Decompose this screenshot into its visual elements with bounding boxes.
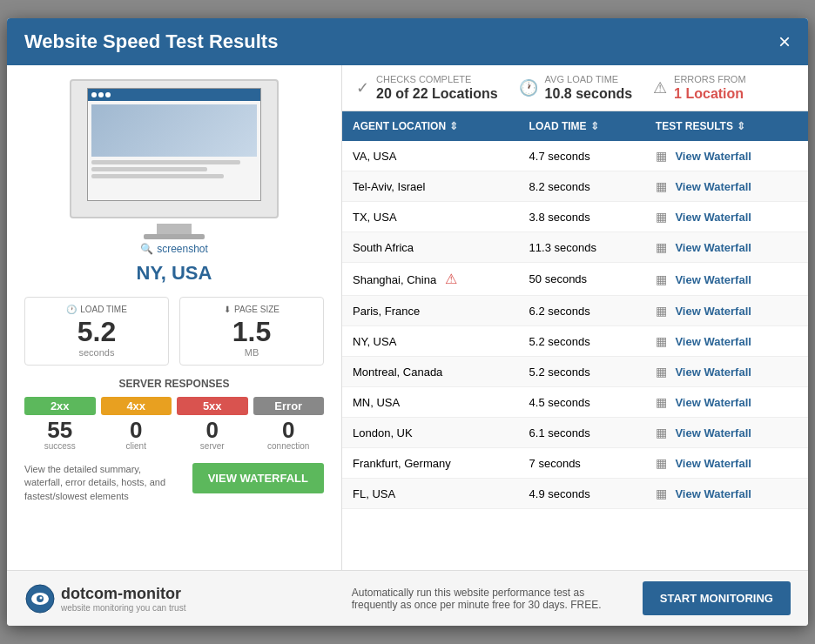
table-row: TX, USA 3.8 seconds ▦ View Waterfall bbox=[342, 202, 808, 232]
table-row: Shanghai, China ⚠ 50 seconds ▦ View Wate… bbox=[342, 263, 808, 296]
view-waterfall-link[interactable]: View Waterfall bbox=[675, 457, 751, 470]
view-waterfall-link[interactable]: View Waterfall bbox=[675, 305, 751, 318]
warning-icon: ⚠ bbox=[653, 78, 667, 97]
load-time-cell: 3.8 seconds bbox=[519, 202, 645, 232]
load-time-cell: 4.5 seconds bbox=[519, 387, 645, 418]
bar-chart-icon: ▦ bbox=[656, 395, 667, 409]
sort-icon: ⇕ bbox=[590, 120, 599, 132]
view-waterfall-link[interactable]: View Waterfall bbox=[675, 335, 751, 348]
monitor-image bbox=[70, 79, 279, 218]
waterfall-cell: ▦ View Waterfall bbox=[645, 387, 808, 418]
waterfall-cell: ▦ View Waterfall bbox=[645, 418, 808, 448]
close-button[interactable]: × bbox=[778, 31, 791, 52]
waterfall-cell: ▦ View Waterfall bbox=[645, 202, 808, 232]
view-waterfall-link[interactable]: View Waterfall bbox=[675, 487, 751, 500]
search-icon: 🔍 bbox=[140, 243, 153, 255]
clock-icon: 🕐 bbox=[519, 78, 538, 97]
location-cell: MN, USA bbox=[342, 387, 519, 418]
modal: Website Speed Test Results × bbox=[7, 18, 808, 626]
server-responses-title: SERVER RESPONSES bbox=[24, 378, 324, 390]
view-waterfall-link[interactable]: View Waterfall bbox=[675, 150, 751, 163]
results-table-container[interactable]: AGENT LOCATION⇕LOAD TIME⇕TEST RESULTS⇕ V… bbox=[342, 111, 808, 570]
sort-icon: ⇕ bbox=[737, 120, 745, 132]
start-monitoring-button[interactable]: START MONITORING bbox=[643, 581, 791, 615]
response-sublabel: server bbox=[177, 441, 248, 451]
table-row: London, UK 6.1 seconds ▦ View Waterfall bbox=[342, 418, 808, 448]
error-indicator: ⚠ bbox=[445, 272, 457, 286]
waterfall-cell: ▦ View Waterfall bbox=[645, 296, 808, 326]
stat-label-1: AVG LOAD TIME bbox=[545, 74, 633, 85]
load-time-cell: 11.3 seconds bbox=[519, 232, 645, 263]
view-waterfall-link[interactable]: View Waterfall bbox=[675, 396, 751, 409]
bar-chart-icon: ▦ bbox=[656, 426, 667, 439]
response-item: 5xx 0 server bbox=[177, 397, 248, 451]
load-time-cell: 5.2 seconds bbox=[519, 357, 645, 387]
waterfall-cell: ▦ View Waterfall bbox=[645, 141, 808, 171]
bar-chart-icon: ▦ bbox=[656, 272, 667, 286]
footer-right: Automatically run this website performan… bbox=[352, 581, 791, 615]
sort-icon: ⇕ bbox=[449, 120, 458, 132]
brand-text: dotcom-monitor website monitoring you ca… bbox=[61, 585, 185, 613]
load-time-cell: 8.2 seconds bbox=[519, 171, 645, 202]
modal-header: Website Speed Test Results × bbox=[7, 18, 808, 65]
bar-chart-icon: ▦ bbox=[656, 210, 667, 224]
response-item: 2xx 55 success bbox=[24, 397, 96, 451]
table-row: NY, USA 5.2 seconds ▦ View Waterfall bbox=[342, 326, 808, 357]
download-icon: ⬇ bbox=[224, 305, 231, 314]
response-badge: 5xx bbox=[177, 397, 248, 415]
stat-label-0: CHECKS COMPLETE bbox=[376, 74, 498, 85]
view-waterfall-link[interactable]: View Waterfall bbox=[675, 366, 751, 379]
view-waterfall-link[interactable]: View Waterfall bbox=[675, 273, 751, 286]
table-row: MN, USA 4.5 seconds ▦ View Waterfall bbox=[342, 387, 808, 418]
location-cell: Shanghai, China ⚠ bbox=[342, 263, 519, 296]
response-sublabel: client bbox=[101, 441, 172, 451]
view-details-text: View the detailed summary, waterfall, er… bbox=[24, 463, 182, 503]
load-time-label: 🕐 LOAD TIME bbox=[36, 305, 158, 314]
response-count: 0 bbox=[177, 419, 248, 441]
footer-left: dotcom-monitor website monitoring you ca… bbox=[24, 583, 185, 614]
response-badge: Error bbox=[253, 397, 325, 415]
location-cell: London, UK bbox=[342, 418, 519, 448]
table-row: Paris, France 6.2 seconds ▦ View Waterfa… bbox=[342, 296, 808, 326]
brand-name: dotcom-monitor bbox=[61, 585, 181, 603]
bar-chart-icon: ▦ bbox=[656, 179, 667, 193]
view-details-section: View the detailed summary, waterfall, er… bbox=[24, 463, 324, 503]
table-row: FL, USA 4.9 seconds ▦ View Waterfall bbox=[342, 479, 808, 509]
location-cell: FL, USA bbox=[342, 479, 519, 509]
view-waterfall-button[interactable]: VIEW WATERFALL bbox=[192, 463, 324, 493]
response-count: 0 bbox=[101, 419, 172, 441]
load-time-cell: 7 seconds bbox=[519, 448, 645, 479]
view-waterfall-link[interactable]: View Waterfall bbox=[675, 241, 751, 254]
load-time-unit: seconds bbox=[36, 347, 158, 358]
bar-chart-icon: ▦ bbox=[656, 334, 667, 348]
table-header-cell[interactable]: LOAD TIME⇕ bbox=[519, 111, 645, 141]
table-header-cell[interactable]: TEST RESULTS⇕ bbox=[645, 111, 808, 141]
load-time-box: 🕐 LOAD TIME 5.2 seconds bbox=[24, 297, 169, 366]
table-header-row: AGENT LOCATION⇕LOAD TIME⇕TEST RESULTS⇕ bbox=[342, 111, 808, 141]
table-row: South Africa 11.3 seconds ▦ View Waterfa… bbox=[342, 232, 808, 263]
screenshot-link[interactable]: 🔍 screenshot bbox=[140, 243, 208, 255]
header-stat-2: ⚠ ERRORS FROM 1 Location bbox=[653, 74, 746, 102]
table-header-cell[interactable]: AGENT LOCATION⇕ bbox=[342, 111, 519, 141]
results-table: AGENT LOCATION⇕LOAD TIME⇕TEST RESULTS⇕ V… bbox=[342, 111, 808, 509]
load-time-value: 5.2 bbox=[36, 318, 158, 345]
monitor-base bbox=[144, 234, 205, 239]
svg-point-3 bbox=[40, 596, 43, 599]
waterfall-cell: ▦ View Waterfall bbox=[645, 357, 808, 387]
check-icon: ✓ bbox=[356, 78, 369, 97]
table-body: VA, USA 4.7 seconds ▦ View Waterfall Tel… bbox=[342, 141, 808, 509]
load-time-cell: 50 seconds bbox=[519, 263, 645, 296]
view-waterfall-link[interactable]: View Waterfall bbox=[675, 426, 751, 439]
location-cell: Montreal, Canada bbox=[342, 357, 519, 387]
response-sublabel: connection bbox=[253, 441, 325, 451]
table-row: Montreal, Canada 5.2 seconds ▦ View Wate… bbox=[342, 357, 808, 387]
response-item: Error 0 connection bbox=[253, 397, 325, 451]
view-waterfall-link[interactable]: View Waterfall bbox=[675, 211, 751, 224]
view-waterfall-link[interactable]: View Waterfall bbox=[675, 180, 751, 193]
bar-chart-icon: ▦ bbox=[656, 240, 667, 254]
bar-chart-icon: ▦ bbox=[656, 149, 667, 163]
table-head: AGENT LOCATION⇕LOAD TIME⇕TEST RESULTS⇕ bbox=[342, 111, 808, 141]
page-size-label: ⬇ PAGE SIZE bbox=[191, 305, 313, 314]
footer-text: Automatically run this website performan… bbox=[352, 587, 630, 611]
header-stat-0: ✓ CHECKS COMPLETE 20 of 22 Locations bbox=[356, 74, 498, 102]
